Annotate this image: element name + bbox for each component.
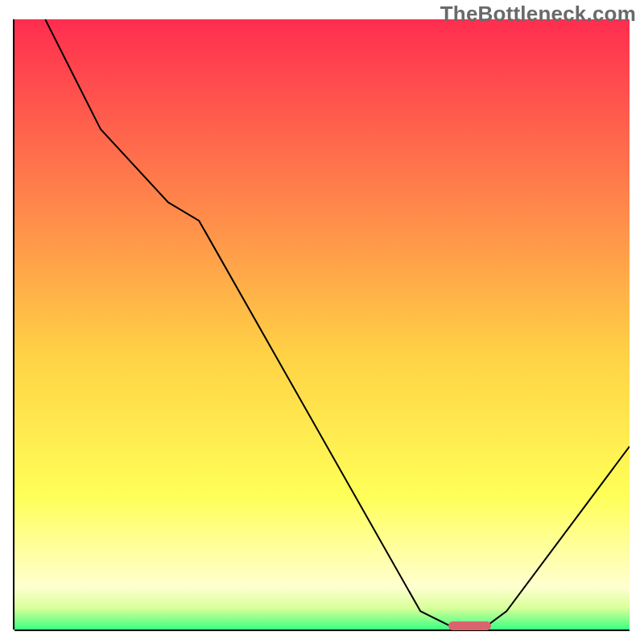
minimum-marker xyxy=(448,621,491,630)
x-axis xyxy=(14,630,630,631)
watermark-text: TheBottleneck.com xyxy=(440,2,636,27)
chart-curve xyxy=(14,19,630,630)
y-axis xyxy=(13,19,14,630)
plot-area xyxy=(14,19,630,630)
chart-container: TheBottleneck.com xyxy=(0,0,644,644)
